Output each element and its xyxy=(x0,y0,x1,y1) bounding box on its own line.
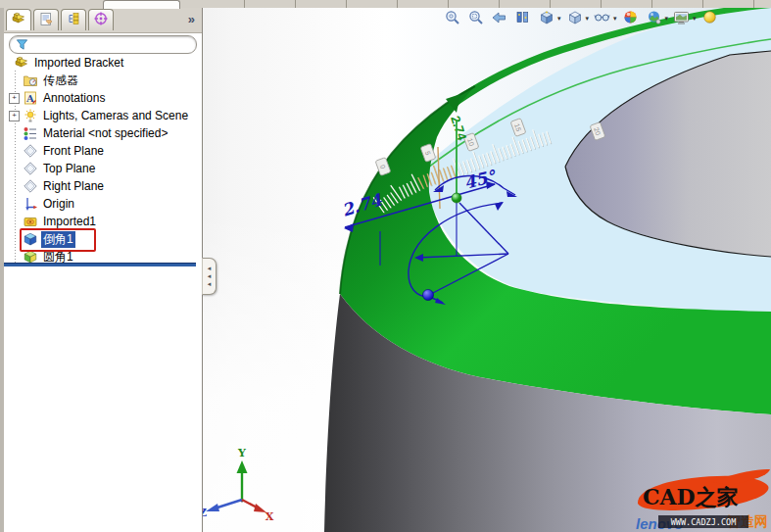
top-tab-remnant xyxy=(103,0,180,9)
section-view-button[interactable] xyxy=(512,9,533,28)
annotations-icon: A xyxy=(23,90,38,106)
tree-item-label: 倒角1 xyxy=(41,231,75,248)
svg-text:A: A xyxy=(25,93,34,104)
angle-drag-handle[interactable] xyxy=(452,193,461,203)
origin-icon xyxy=(23,196,38,212)
tree-item-label: Right Plane xyxy=(41,179,106,193)
tree-item-material-not-specified-[interactable]: Material <not specified> xyxy=(4,124,202,142)
featuremanager-tree-tab[interactable] xyxy=(6,9,31,30)
apply-scene-icon xyxy=(646,9,662,29)
tree-item-imported1[interactable]: Imported1 xyxy=(4,213,202,230)
view-orientation-icon xyxy=(538,9,554,29)
tree-item-label: Front Plane xyxy=(41,144,106,158)
plane-icon xyxy=(23,161,38,176)
tree-item-lights-cameras-and-scene[interactable]: +Lights, Cameras and Scene xyxy=(4,107,202,124)
panel-overflow-chevron[interactable]: » xyxy=(188,12,194,26)
plane-icon xyxy=(23,178,38,194)
light-button[interactable] xyxy=(699,9,720,28)
tree-item-imported-bracket[interactable]: Imported Bracket xyxy=(4,54,202,72)
realview-icon xyxy=(622,9,639,29)
view-settings-button[interactable] xyxy=(671,9,692,28)
view-orientation-button-dropdown[interactable]: ▾ xyxy=(557,15,561,23)
zoom-to-fit-button[interactable] xyxy=(442,9,462,28)
tree-item-label: Top Plane xyxy=(41,162,97,175)
tree-item-label: Imported Bracket xyxy=(32,56,125,70)
triad-y-label: Y xyxy=(237,447,246,459)
watermark-brand-text: CAD之家 xyxy=(643,484,739,509)
filter-input[interactable] xyxy=(33,37,192,52)
chamfer-icon xyxy=(23,231,38,247)
filter-funnel-icon xyxy=(16,38,28,51)
previous-view-icon xyxy=(491,9,507,29)
featuremanager-tree-tab-icon xyxy=(11,13,26,29)
section-view-icon xyxy=(514,9,531,29)
tree-item-label: Imported1 xyxy=(41,215,98,228)
panel-tab-bar: » xyxy=(4,8,202,33)
lights-icon xyxy=(23,108,38,123)
view-settings-button-dropdown[interactable]: ▾ xyxy=(693,15,697,23)
feature-tree: Imported Bracket传感器+AAnnotations+Lights,… xyxy=(4,54,202,266)
realview-button[interactable] xyxy=(620,9,641,28)
imported-icon xyxy=(23,214,38,229)
tree-item-label: 传感器 xyxy=(41,73,80,89)
tree-item-top-plane[interactable]: Top Plane xyxy=(4,160,202,177)
propertymanager-tab[interactable] xyxy=(33,9,59,30)
tree-item--[interactable]: 传感器 xyxy=(4,72,202,89)
material-icon xyxy=(23,125,38,141)
tree-item-label: Origin xyxy=(41,197,76,211)
part-icon xyxy=(14,55,29,71)
tree-item-right-plane[interactable]: Right Plane xyxy=(4,177,202,195)
sensors-icon xyxy=(23,73,38,88)
tree-item-annotations[interactable]: +AAnnotations xyxy=(4,89,202,107)
tree-item-front-plane[interactable]: Front Plane xyxy=(4,142,202,160)
panel-splitter-handle[interactable]: ◄◄◄ xyxy=(202,258,217,295)
triad-x-label: X xyxy=(265,510,274,523)
dimxpertmanager-tab[interactable] xyxy=(88,9,114,30)
configurationmanager-tab[interactable] xyxy=(61,9,86,30)
view-settings-icon xyxy=(673,9,690,29)
display-style-icon xyxy=(566,9,583,29)
hide-show-items-icon xyxy=(594,9,610,29)
view-orientation-button[interactable] xyxy=(536,9,556,28)
tree-item-label: Annotations xyxy=(41,91,107,105)
zoom-to-area-icon xyxy=(467,9,484,29)
featuremanager-panel: » Imported Bracket传感器+AAnnotations+Light… xyxy=(0,8,203,532)
tree-item--1[interactable]: 倒角1 xyxy=(4,230,202,248)
headsup-view-toolbar: ▾▾▾▾▾ xyxy=(442,9,720,28)
tree-filter-box[interactable] xyxy=(9,35,197,54)
tree-item-label: Material <not specified> xyxy=(41,126,169,140)
previous-view-button[interactable] xyxy=(489,9,509,28)
hide-show-items-button[interactable] xyxy=(592,9,612,28)
tree-item-label: Lights, Cameras and Scene xyxy=(41,109,190,122)
rollback-bar[interactable] xyxy=(4,263,196,266)
display-style-button[interactable] xyxy=(564,9,585,28)
distance-drag-handle[interactable] xyxy=(423,290,434,301)
plane-icon xyxy=(23,143,38,159)
apply-scene-button[interactable] xyxy=(644,9,664,28)
top-toolbar-strip xyxy=(0,0,771,8)
zoom-to-area-button[interactable] xyxy=(465,9,486,28)
display-style-button-dropdown[interactable]: ▾ xyxy=(586,15,590,23)
light-icon xyxy=(701,9,718,29)
configurationmanager-tab-icon xyxy=(66,13,81,29)
apply-scene-button-dropdown[interactable]: ▾ xyxy=(665,15,669,23)
expand-toggle[interactable]: + xyxy=(9,111,20,121)
dimxpertmanager-tab-icon xyxy=(93,13,109,29)
expand-toggle[interactable]: + xyxy=(9,93,20,104)
zoom-to-fit-icon xyxy=(444,9,460,29)
watermark-url-text: WWW.CADZJ.COM xyxy=(671,517,737,527)
tree-item-origin[interactable]: Origin xyxy=(4,195,202,213)
propertymanager-tab-icon xyxy=(38,13,54,29)
hide-show-items-button-dropdown[interactable]: ▾ xyxy=(613,15,617,23)
